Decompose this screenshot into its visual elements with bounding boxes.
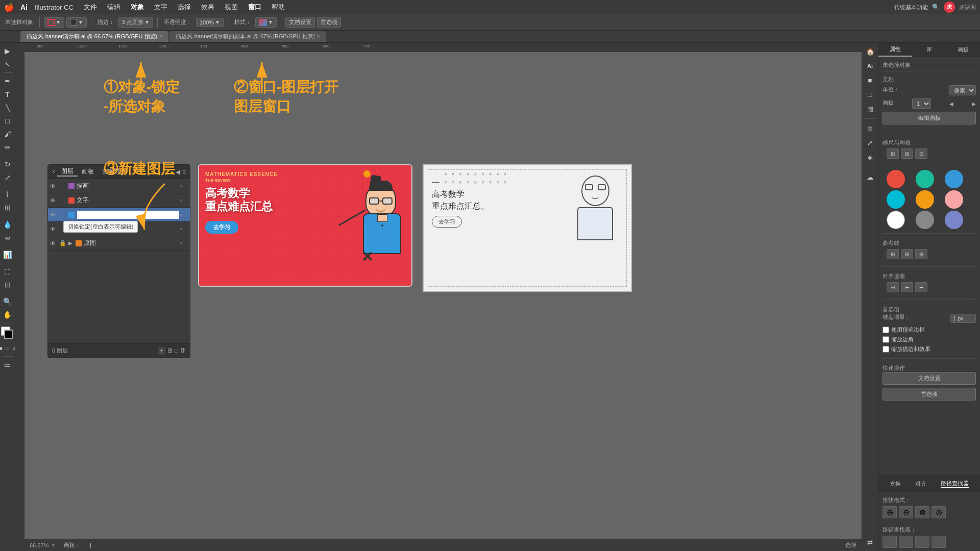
graph-tool[interactable]: 📊 xyxy=(2,248,14,261)
artboard-tool[interactable]: ⬚ xyxy=(2,265,14,278)
swatch-teal[interactable] xyxy=(916,170,934,188)
gradient-btn[interactable]: □ xyxy=(5,342,11,354)
warp-tool[interactable]: ⌇ xyxy=(2,188,14,201)
layer-eye-1[interactable]: 👁 xyxy=(50,197,59,204)
paintbrush-tool[interactable]: 🖌 xyxy=(2,128,14,140)
menu-edit[interactable]: 编辑 xyxy=(102,2,126,13)
align-icon[interactable]: ⊞ xyxy=(864,122,877,135)
properties-icon[interactable]: 🏠 xyxy=(864,45,877,58)
zoom-tool[interactable]: 🔍 xyxy=(2,295,14,308)
layer-lock-2[interactable] xyxy=(59,212,68,218)
scale-effects-checkbox[interactable]: 缩放描边和效果 xyxy=(883,345,976,353)
delete-layer-btn[interactable]: 🗑 xyxy=(180,347,186,355)
tab-1[interactable]: 插边风-banner演示稿.ai @ 66.67% (RGB/GPU 预览) × xyxy=(20,31,168,42)
search-icon[interactable]: 🔍 xyxy=(932,4,940,11)
free-transform-tool[interactable]: ⊞ xyxy=(2,202,14,214)
new-layer-btn[interactable]: □ xyxy=(175,347,178,355)
hand-tool[interactable]: ✋ xyxy=(2,309,14,321)
selection-tool[interactable]: ▶ xyxy=(2,45,14,57)
preview-bounds-checkbox[interactable]: 使用预览边框 xyxy=(883,326,976,334)
menu-window[interactable]: 窗口 xyxy=(243,2,266,13)
scale-tool[interactable]: ⤢ xyxy=(2,171,14,184)
blend-tool[interactable]: ∞ xyxy=(2,232,14,244)
guide-icon-1[interactable]: ⊞ xyxy=(887,249,899,259)
swatch-white[interactable] xyxy=(887,211,905,229)
canvas-area[interactable]: 300 1200 1100 200 100 400 500 600 700 ①对… xyxy=(15,43,862,551)
layer-eye-0[interactable]: 👁 xyxy=(50,183,59,189)
panel-close-btn[interactable]: × xyxy=(52,169,55,174)
slice-tool[interactable]: ⊡ xyxy=(2,279,14,291)
pathfinder-btn-4[interactable] xyxy=(932,536,946,548)
exclude-btn[interactable]: ⊘ xyxy=(932,506,946,518)
doc-settings-btn[interactable]: 文档设置 xyxy=(285,17,315,28)
guides-icon[interactable]: ⊟ xyxy=(915,148,927,159)
rp-tab-library[interactable]: 库 xyxy=(912,43,946,57)
menu-effects[interactable]: 效果 xyxy=(196,2,219,13)
eyedropper-tool[interactable]: 💧 xyxy=(2,218,14,231)
change-screen-btn[interactable]: ▭ xyxy=(2,359,14,371)
line-tool[interactable]: ╲ xyxy=(2,102,14,114)
ai-icon[interactable]: Ai xyxy=(864,59,877,72)
menu-file[interactable]: 文件 xyxy=(79,2,102,13)
ruler-icon[interactable]: ⊞ xyxy=(887,148,899,159)
tab-2[interactable]: 插边风-banner演示稿的副本.ai @ 67% [RGB/GPU 推意] × xyxy=(169,31,326,42)
arrows-icon[interactable]: ⇄ xyxy=(864,536,877,549)
swatch-red[interactable] xyxy=(887,170,905,188)
tab-1-close[interactable]: × xyxy=(159,34,162,39)
menu-text[interactable]: 文字 xyxy=(149,2,173,13)
apple-menu[interactable]: 🍎 xyxy=(4,3,14,12)
swatch-gray[interactable] xyxy=(916,211,934,229)
layer-vis-4[interactable]: ○ xyxy=(180,240,188,246)
gradient-icon[interactable]: ▦ xyxy=(864,102,877,115)
quick-doc-settings-btn[interactable]: 文档设置 xyxy=(883,372,976,385)
canvas-select[interactable]: 1 xyxy=(912,98,931,109)
guide-icon-3[interactable]: ⊞ xyxy=(915,249,927,259)
menu-object[interactable]: 对象 xyxy=(126,2,149,13)
round-corners-checkbox[interactable]: 缩放边角 xyxy=(883,336,976,343)
stroke-color-btn[interactable]: ▼ xyxy=(44,17,64,28)
quick-preferences-btn[interactable]: 首选项 xyxy=(883,388,976,400)
guide-icon-2[interactable]: ⊞ xyxy=(901,249,913,259)
layer-eye-2[interactable]: 👁 xyxy=(50,212,59,218)
stroke-icon[interactable]: □ xyxy=(864,88,877,101)
layer-expand-4[interactable]: ▶ xyxy=(68,240,76,246)
rect-tool[interactable]: □ xyxy=(2,115,14,127)
stroke-type-btn[interactable]: 3 点圆形 ▼ xyxy=(118,17,153,28)
zoom-dropdown[interactable]: ▼ xyxy=(51,542,56,548)
direct-select-tool[interactable]: ↖ xyxy=(2,58,14,70)
pencil-tool[interactable]: ✏ xyxy=(2,141,14,154)
pathfinder-btn-1[interactable] xyxy=(883,536,897,548)
swatch-orange[interactable] xyxy=(916,190,934,209)
layer-eye-3[interactable]: 👁 xyxy=(50,226,59,232)
panel-tab-artboards[interactable]: 画板 xyxy=(78,167,98,176)
intersect-btn[interactable]: ⊗ xyxy=(915,506,929,518)
canvas-content[interactable]: ①对象-锁定 -所选对象 ②窗口-图层打开 图层窗口 xyxy=(24,52,862,551)
style-btn[interactable]: ▼ xyxy=(255,17,277,28)
move-to-layer-btn[interactable]: ⊞ xyxy=(167,347,173,355)
unit-select[interactable]: 像素 xyxy=(949,85,976,95)
fill-stroke-widget[interactable] xyxy=(1,327,14,340)
edit-template-btn[interactable]: 编辑画板 xyxy=(883,112,976,124)
align-right[interactable]: ⊢ xyxy=(915,282,927,292)
color-mode-btn[interactable]: ■ xyxy=(0,342,4,354)
rp-tab-artboards[interactable]: 画板 xyxy=(946,43,980,57)
layer-lock-1[interactable] xyxy=(59,197,68,204)
rotate-tool[interactable]: ↻ xyxy=(2,158,14,170)
add-layer-btn[interactable]: + xyxy=(158,347,165,355)
cc-libraries-icon[interactable]: ☁ xyxy=(864,170,877,184)
swatch-cyan[interactable] xyxy=(887,190,905,209)
swatch-blue[interactable] xyxy=(945,170,963,188)
pen-tool[interactable]: ✒ xyxy=(2,75,14,87)
pathfinder-tab[interactable]: 路径查找器 xyxy=(941,480,969,488)
rp-tab-properties[interactable]: 属性 xyxy=(878,43,912,57)
zoom-control[interactable]: 66.67% ▼ xyxy=(30,542,56,548)
user-avatar[interactable]: 虎 xyxy=(944,2,955,13)
panel-tab-layers[interactable]: 图层 xyxy=(57,167,78,177)
panel-expand-btn[interactable]: ◀ xyxy=(176,168,180,176)
pathfinder-icon[interactable]: ◈ xyxy=(864,151,877,164)
transform-tab[interactable]: 支换 xyxy=(890,480,901,488)
menu-help[interactable]: 帮助 xyxy=(266,2,290,13)
menu-select[interactable]: 选择 xyxy=(173,2,196,13)
align-tab[interactable]: 对齐 xyxy=(915,480,926,488)
layer-eye-4[interactable]: 👁 xyxy=(50,240,59,246)
